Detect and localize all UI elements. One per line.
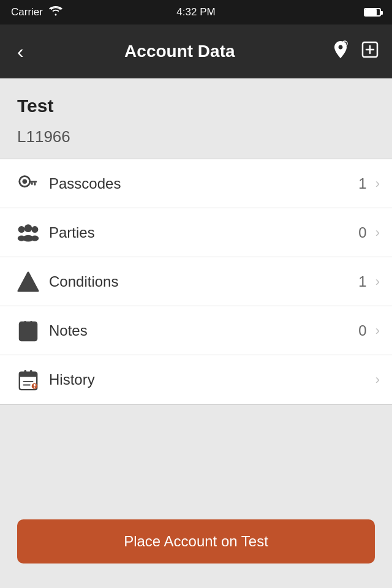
svg-rect-5 bbox=[34, 183, 36, 186]
svg-point-8 bbox=[24, 224, 32, 232]
people-icon bbox=[12, 223, 44, 243]
svg-point-14 bbox=[27, 286, 29, 288]
list-item-conditions[interactable]: Conditions 1 › bbox=[0, 257, 392, 306]
svg-rect-4 bbox=[29, 181, 37, 183]
place-account-button[interactable]: Place Account on Test bbox=[17, 519, 375, 564]
account-id: L11966 bbox=[17, 127, 375, 146]
battery-icon bbox=[364, 8, 381, 17]
passcodes-label: Passcodes bbox=[49, 175, 358, 192]
page-title: Account Data bbox=[124, 42, 235, 61]
svg-rect-6 bbox=[31, 183, 33, 185]
status-right bbox=[364, 8, 381, 17]
svg-point-7 bbox=[18, 226, 25, 233]
svg-point-3 bbox=[23, 179, 28, 184]
list-section: Passcodes 1 › Parties 0 › C bbox=[0, 159, 392, 405]
notes-icon bbox=[12, 320, 44, 342]
notes-chevron: › bbox=[375, 323, 380, 339]
svg-rect-16 bbox=[24, 321, 26, 324]
svg-rect-15 bbox=[20, 322, 37, 341]
wifi-icon bbox=[49, 6, 62, 18]
passcodes-chevron: › bbox=[375, 176, 380, 192]
history-chevron: › bbox=[375, 372, 380, 388]
svg-rect-22 bbox=[20, 372, 37, 377]
conditions-count: 1 bbox=[358, 273, 366, 290]
svg-rect-17 bbox=[30, 321, 32, 324]
warning-icon bbox=[12, 271, 44, 292]
conditions-label: Conditions bbox=[49, 273, 358, 290]
key-icon bbox=[12, 172, 44, 195]
status-bar: Carrier 4:32 PM bbox=[0, 0, 392, 24]
svg-rect-23 bbox=[24, 370, 26, 374]
parties-chevron: › bbox=[375, 225, 380, 241]
account-header: Test L11966 bbox=[0, 78, 392, 159]
parties-count: 0 bbox=[358, 224, 366, 241]
parties-label: Parties bbox=[49, 224, 358, 241]
status-left: Carrier bbox=[11, 6, 62, 18]
svg-rect-13 bbox=[28, 279, 29, 285]
passcodes-count: 1 bbox=[358, 175, 366, 192]
bottom-area: Place Account on Test bbox=[0, 501, 392, 588]
svg-point-9 bbox=[31, 226, 38, 233]
carrier-label: Carrier bbox=[11, 6, 43, 18]
conditions-chevron: › bbox=[375, 274, 380, 290]
list-item-passcodes[interactable]: Passcodes 1 › bbox=[0, 159, 392, 208]
history-icon bbox=[12, 369, 44, 391]
svg-rect-28 bbox=[34, 384, 36, 386]
share-icon[interactable] bbox=[360, 40, 380, 64]
notes-count: 0 bbox=[358, 322, 366, 339]
map-icon[interactable] bbox=[331, 40, 350, 64]
svg-point-11 bbox=[18, 235, 26, 241]
account-name: Test bbox=[17, 96, 375, 116]
status-time: 4:32 PM bbox=[176, 6, 215, 18]
notes-label: Notes bbox=[49, 322, 358, 339]
back-button[interactable]: ‹ bbox=[12, 36, 29, 68]
svg-point-29 bbox=[34, 387, 35, 388]
list-item-parties[interactable]: Parties 0 › bbox=[0, 208, 392, 257]
svg-point-12 bbox=[31, 235, 39, 241]
history-label: History bbox=[49, 371, 367, 388]
list-item-history[interactable]: History › bbox=[0, 355, 392, 404]
nav-right-icons bbox=[331, 40, 380, 64]
list-item-notes[interactable]: Notes 0 › bbox=[0, 306, 392, 355]
nav-bar: ‹ Account Data bbox=[0, 24, 392, 78]
svg-rect-24 bbox=[30, 370, 32, 374]
